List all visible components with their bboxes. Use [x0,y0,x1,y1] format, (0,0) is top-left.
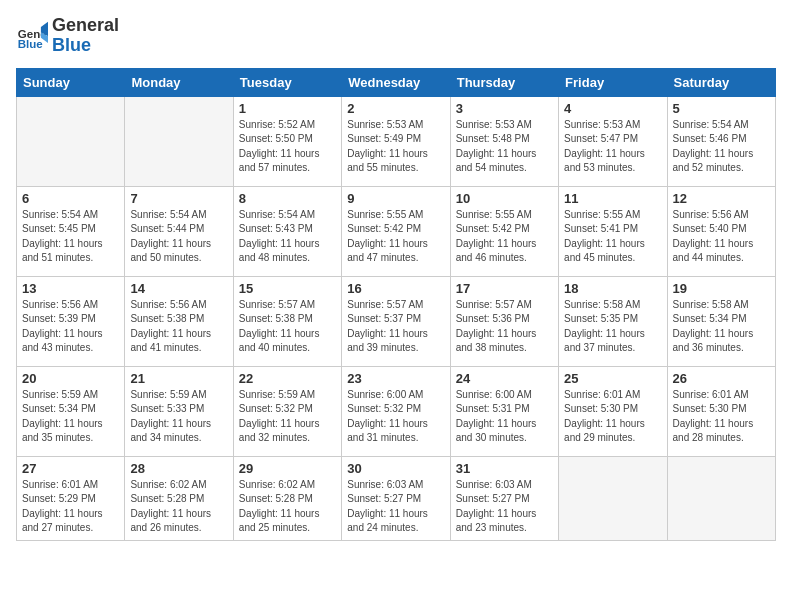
calendar-cell: 11Sunrise: 5:55 AM Sunset: 5:41 PM Dayli… [559,186,667,276]
day-number: 11 [564,191,661,206]
calendar-cell: 3Sunrise: 5:53 AM Sunset: 5:48 PM Daylig… [450,96,558,186]
day-number: 6 [22,191,119,206]
day-info: Sunrise: 5:57 AM Sunset: 5:36 PM Dayligh… [456,298,553,356]
page-header: General Blue General Blue [16,16,776,56]
calendar-cell: 24Sunrise: 6:00 AM Sunset: 5:31 PM Dayli… [450,366,558,456]
calendar-cell: 14Sunrise: 5:56 AM Sunset: 5:38 PM Dayli… [125,276,233,366]
day-number: 4 [564,101,661,116]
day-number: 2 [347,101,444,116]
calendar-cell: 27Sunrise: 6:01 AM Sunset: 5:29 PM Dayli… [17,456,125,540]
logo-icon: General Blue [16,20,48,52]
calendar-cell: 15Sunrise: 5:57 AM Sunset: 5:38 PM Dayli… [233,276,341,366]
day-number: 13 [22,281,119,296]
calendar-cell: 23Sunrise: 6:00 AM Sunset: 5:32 PM Dayli… [342,366,450,456]
day-number: 5 [673,101,770,116]
day-info: Sunrise: 5:52 AM Sunset: 5:50 PM Dayligh… [239,118,336,176]
calendar-cell: 25Sunrise: 6:01 AM Sunset: 5:30 PM Dayli… [559,366,667,456]
day-info: Sunrise: 6:00 AM Sunset: 5:32 PM Dayligh… [347,388,444,446]
day-info: Sunrise: 5:56 AM Sunset: 5:40 PM Dayligh… [673,208,770,266]
day-info: Sunrise: 6:03 AM Sunset: 5:27 PM Dayligh… [456,478,553,536]
calendar-cell: 16Sunrise: 5:57 AM Sunset: 5:37 PM Dayli… [342,276,450,366]
day-number: 18 [564,281,661,296]
day-number: 9 [347,191,444,206]
day-number: 25 [564,371,661,386]
day-number: 17 [456,281,553,296]
day-number: 3 [456,101,553,116]
day-info: Sunrise: 6:01 AM Sunset: 5:30 PM Dayligh… [673,388,770,446]
col-header-thursday: Thursday [450,68,558,96]
day-info: Sunrise: 5:55 AM Sunset: 5:42 PM Dayligh… [347,208,444,266]
calendar-cell: 6Sunrise: 5:54 AM Sunset: 5:45 PM Daylig… [17,186,125,276]
day-number: 31 [456,461,553,476]
calendar-cell [125,96,233,186]
calendar-cell: 21Sunrise: 5:59 AM Sunset: 5:33 PM Dayli… [125,366,233,456]
day-info: Sunrise: 5:57 AM Sunset: 5:37 PM Dayligh… [347,298,444,356]
day-number: 21 [130,371,227,386]
day-number: 10 [456,191,553,206]
day-info: Sunrise: 5:59 AM Sunset: 5:34 PM Dayligh… [22,388,119,446]
day-number: 26 [673,371,770,386]
col-header-saturday: Saturday [667,68,775,96]
calendar-cell: 20Sunrise: 5:59 AM Sunset: 5:34 PM Dayli… [17,366,125,456]
day-info: Sunrise: 6:02 AM Sunset: 5:28 PM Dayligh… [130,478,227,536]
day-number: 30 [347,461,444,476]
day-number: 8 [239,191,336,206]
calendar-cell: 17Sunrise: 5:57 AM Sunset: 5:36 PM Dayli… [450,276,558,366]
calendar-cell: 19Sunrise: 5:58 AM Sunset: 5:34 PM Dayli… [667,276,775,366]
calendar-cell: 13Sunrise: 5:56 AM Sunset: 5:39 PM Dayli… [17,276,125,366]
day-info: Sunrise: 6:01 AM Sunset: 5:30 PM Dayligh… [564,388,661,446]
calendar-cell: 4Sunrise: 5:53 AM Sunset: 5:47 PM Daylig… [559,96,667,186]
calendar-cell: 29Sunrise: 6:02 AM Sunset: 5:28 PM Dayli… [233,456,341,540]
col-header-friday: Friday [559,68,667,96]
calendar-cell: 30Sunrise: 6:03 AM Sunset: 5:27 PM Dayli… [342,456,450,540]
day-number: 27 [22,461,119,476]
day-number: 1 [239,101,336,116]
day-number: 29 [239,461,336,476]
day-info: Sunrise: 5:58 AM Sunset: 5:35 PM Dayligh… [564,298,661,356]
day-info: Sunrise: 5:57 AM Sunset: 5:38 PM Dayligh… [239,298,336,356]
col-header-sunday: Sunday [17,68,125,96]
svg-text:Blue: Blue [18,38,44,50]
day-info: Sunrise: 5:53 AM Sunset: 5:47 PM Dayligh… [564,118,661,176]
day-info: Sunrise: 5:54 AM Sunset: 5:45 PM Dayligh… [22,208,119,266]
calendar-cell [17,96,125,186]
col-header-tuesday: Tuesday [233,68,341,96]
day-info: Sunrise: 5:53 AM Sunset: 5:48 PM Dayligh… [456,118,553,176]
logo: General Blue General Blue [16,16,119,56]
calendar-cell: 2Sunrise: 5:53 AM Sunset: 5:49 PM Daylig… [342,96,450,186]
day-info: Sunrise: 5:58 AM Sunset: 5:34 PM Dayligh… [673,298,770,356]
day-number: 19 [673,281,770,296]
calendar-cell [559,456,667,540]
day-number: 15 [239,281,336,296]
calendar-cell: 31Sunrise: 6:03 AM Sunset: 5:27 PM Dayli… [450,456,558,540]
day-info: Sunrise: 5:55 AM Sunset: 5:42 PM Dayligh… [456,208,553,266]
calendar-cell: 8Sunrise: 5:54 AM Sunset: 5:43 PM Daylig… [233,186,341,276]
calendar-cell [667,456,775,540]
calendar-cell: 22Sunrise: 5:59 AM Sunset: 5:32 PM Dayli… [233,366,341,456]
day-number: 23 [347,371,444,386]
day-info: Sunrise: 5:54 AM Sunset: 5:46 PM Dayligh… [673,118,770,176]
day-info: Sunrise: 6:03 AM Sunset: 5:27 PM Dayligh… [347,478,444,536]
day-info: Sunrise: 5:54 AM Sunset: 5:43 PM Dayligh… [239,208,336,266]
calendar-cell: 7Sunrise: 5:54 AM Sunset: 5:44 PM Daylig… [125,186,233,276]
day-number: 24 [456,371,553,386]
calendar-cell: 10Sunrise: 5:55 AM Sunset: 5:42 PM Dayli… [450,186,558,276]
day-info: Sunrise: 6:01 AM Sunset: 5:29 PM Dayligh… [22,478,119,536]
day-number: 14 [130,281,227,296]
col-header-monday: Monday [125,68,233,96]
day-info: Sunrise: 5:53 AM Sunset: 5:49 PM Dayligh… [347,118,444,176]
day-number: 28 [130,461,227,476]
calendar-cell: 1Sunrise: 5:52 AM Sunset: 5:50 PM Daylig… [233,96,341,186]
day-number: 22 [239,371,336,386]
day-info: Sunrise: 6:02 AM Sunset: 5:28 PM Dayligh… [239,478,336,536]
day-info: Sunrise: 5:59 AM Sunset: 5:32 PM Dayligh… [239,388,336,446]
day-info: Sunrise: 5:55 AM Sunset: 5:41 PM Dayligh… [564,208,661,266]
day-info: Sunrise: 5:59 AM Sunset: 5:33 PM Dayligh… [130,388,227,446]
calendar-cell: 26Sunrise: 6:01 AM Sunset: 5:30 PM Dayli… [667,366,775,456]
day-number: 16 [347,281,444,296]
calendar-cell: 12Sunrise: 5:56 AM Sunset: 5:40 PM Dayli… [667,186,775,276]
day-number: 12 [673,191,770,206]
day-number: 20 [22,371,119,386]
day-info: Sunrise: 5:56 AM Sunset: 5:38 PM Dayligh… [130,298,227,356]
day-number: 7 [130,191,227,206]
